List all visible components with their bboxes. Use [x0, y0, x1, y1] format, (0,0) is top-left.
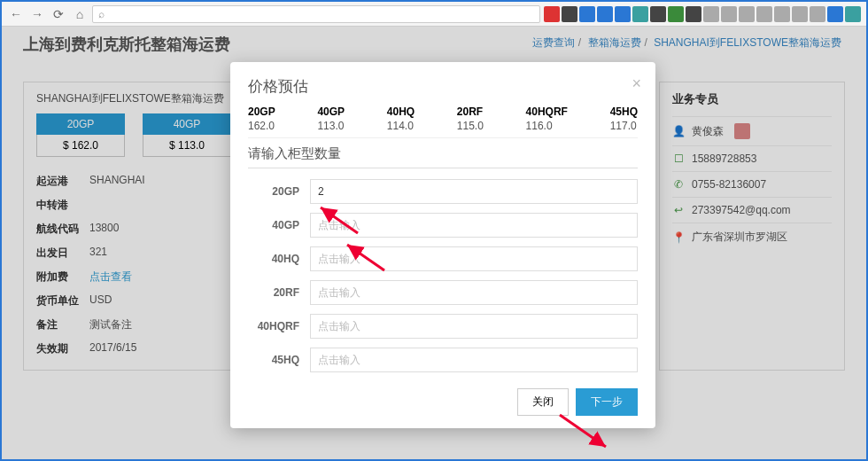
ext-icon[interactable] [721, 6, 737, 22]
modal-title: 价格预估 [248, 76, 638, 97]
ext-icon[interactable] [562, 6, 577, 22]
col-h: 40HQ [387, 105, 415, 118]
field-label: 20RF [248, 286, 310, 299]
browser-toolbar: ← → ⟳ ⌂ ⌕ [2, 2, 866, 27]
col-v: 117.0 [610, 120, 638, 132]
ext-icon[interactable] [597, 6, 613, 22]
field-label: 40GP [248, 219, 310, 231]
col-v: 114.0 [387, 120, 415, 132]
field-label: 45HQ [248, 354, 310, 366]
close-icon[interactable]: × [632, 74, 641, 93]
col-h: 40GP [317, 105, 345, 118]
form-title: 请输入柜型数量 [248, 145, 638, 168]
extension-icons [544, 6, 861, 22]
col-v: 115.0 [457, 120, 484, 132]
reload-button[interactable]: ⟳ [50, 5, 67, 23]
ext-icon[interactable] [792, 6, 808, 22]
ext-icon[interactable] [739, 6, 755, 22]
ext-icon[interactable] [756, 6, 772, 22]
field-label: 40HQRF [248, 320, 310, 332]
close-button[interactable]: 关闭 [517, 388, 569, 416]
col-v: 162.0 [248, 120, 275, 132]
ext-icon[interactable] [544, 6, 560, 22]
col-h: 40HQRF [526, 105, 568, 118]
field-label: 20GP [248, 185, 310, 198]
ext-icon[interactable] [650, 6, 666, 22]
ext-icon[interactable] [579, 6, 595, 22]
qty-input-40hqrf[interactable] [310, 314, 638, 339]
col-v: 116.0 [526, 120, 568, 132]
col-h: 45HQ [610, 105, 638, 118]
qty-input-20rf[interactable] [310, 280, 638, 305]
qty-input-40hq[interactable] [310, 246, 638, 271]
col-v: 113.0 [317, 120, 345, 132]
ext-icon[interactable] [668, 6, 684, 22]
ext-icon[interactable] [686, 6, 701, 22]
back-button[interactable]: ← [7, 5, 25, 23]
ext-icon[interactable] [827, 6, 843, 22]
ext-icon[interactable] [810, 6, 825, 22]
field-label: 40HQ [248, 253, 310, 265]
col-h: 20GP [248, 105, 275, 118]
forward-button[interactable]: → [28, 5, 46, 23]
ext-icon[interactable] [845, 6, 861, 22]
qty-input-20gp[interactable] [310, 179, 638, 204]
home-button[interactable]: ⌂ [71, 5, 89, 23]
search-icon: ⌕ [98, 8, 105, 20]
ext-icon[interactable] [615, 6, 631, 22]
ext-icon[interactable] [632, 6, 648, 22]
price-estimate-modal: 价格预估 × 20GP162.0 40GP113.0 40HQ114.0 20R… [230, 62, 655, 428]
page: 上海到费利克斯托整箱海运费 运费查询/ 整箱海运费/ SHANGHAI到FELI… [2, 27, 866, 459]
url-bar[interactable]: ⌕ [92, 5, 540, 23]
col-h: 20RF [457, 105, 484, 118]
ext-icon[interactable] [774, 6, 790, 22]
next-button[interactable]: 下一步 [576, 388, 638, 416]
ext-icon[interactable] [703, 6, 719, 22]
qty-input-45hq[interactable] [310, 348, 638, 372]
qty-input-40gp[interactable] [310, 213, 638, 238]
price-summary: 20GP162.0 40GP113.0 40HQ114.0 20RF115.0 … [248, 105, 638, 138]
